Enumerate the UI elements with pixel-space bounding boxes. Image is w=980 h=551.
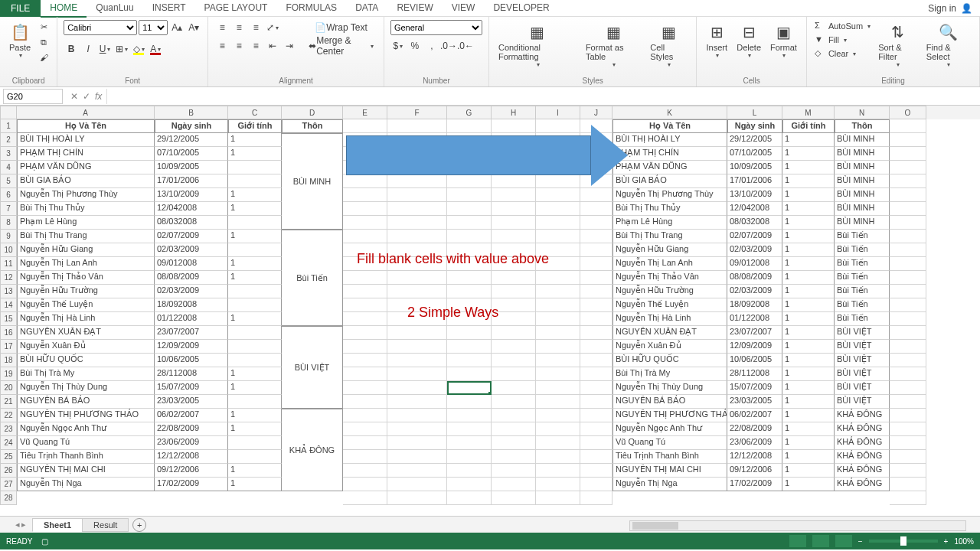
- cell[interactable]: Bùi Tiến: [835, 230, 890, 243]
- cell[interactable]: 1: [782, 174, 835, 188]
- cell[interactable]: [447, 464, 492, 478]
- cell[interactable]: 1: [228, 147, 282, 161]
- comma-format-button[interactable]: ,: [424, 38, 439, 54]
- tab-insert[interactable]: INSERT: [143, 0, 195, 18]
- cell[interactable]: PHẠM THỊ CHÍN: [612, 147, 727, 161]
- cell[interactable]: 1: [782, 326, 835, 340]
- row-header-11[interactable]: 11: [0, 257, 17, 271]
- col-header-N[interactable]: N: [835, 106, 890, 119]
- cell[interactable]: [492, 202, 536, 216]
- cell[interactable]: [447, 409, 492, 422]
- cell[interactable]: [536, 409, 580, 422]
- cell[interactable]: 06/02/2007: [155, 409, 228, 422]
- clear-button[interactable]: ◇Clear▾: [813, 47, 872, 60]
- cell[interactable]: 02/03/2009: [727, 285, 782, 298]
- align-right-button[interactable]: ≡: [248, 38, 263, 54]
- cell[interactable]: [492, 478, 536, 491]
- cell[interactable]: [492, 422, 536, 436]
- cell[interactable]: [580, 464, 612, 478]
- cell[interactable]: [447, 188, 492, 202]
- cell[interactable]: [447, 395, 492, 409]
- cell[interactable]: [387, 174, 447, 188]
- number-format-select[interactable]: General: [390, 20, 482, 35]
- cell[interactable]: [536, 230, 580, 243]
- cell[interactable]: Thôn: [282, 119, 343, 133]
- cell[interactable]: 1: [228, 478, 282, 491]
- row-header-25[interactable]: 25: [0, 450, 17, 464]
- cell[interactable]: 15/07/2009: [727, 381, 782, 395]
- row-header-13[interactable]: 13: [0, 285, 17, 298]
- cell[interactable]: BÙI VIỆT: [835, 395, 890, 409]
- cell[interactable]: [228, 285, 282, 298]
- cell[interactable]: Giới tính: [228, 119, 282, 133]
- cell[interactable]: KHẢ ĐÔNG: [835, 436, 890, 450]
- copy-button[interactable]: ⧉: [37, 35, 51, 49]
- cell[interactable]: [343, 354, 387, 367]
- cell[interactable]: [536, 285, 580, 298]
- increase-decimal-button[interactable]: .0→: [441, 38, 456, 54]
- cell[interactable]: [343, 395, 387, 409]
- cell[interactable]: NGUYỄN THỊ MAI CHI: [612, 464, 727, 478]
- row-header-18[interactable]: 18: [0, 354, 17, 367]
- cell[interactable]: 09/012008: [727, 257, 782, 271]
- cell[interactable]: 08/08/2009: [727, 271, 782, 285]
- cell[interactable]: [580, 422, 612, 436]
- cell[interactable]: 1: [782, 147, 835, 161]
- cell[interactable]: [343, 188, 387, 202]
- cell[interactable]: 09/012008: [155, 257, 228, 271]
- cell[interactable]: 1: [782, 422, 835, 436]
- cell[interactable]: 1: [782, 285, 835, 298]
- cell[interactable]: KHẢ ĐÔNG: [835, 464, 890, 478]
- cell[interactable]: [343, 119, 387, 133]
- cell[interactable]: 08/032008: [727, 216, 782, 230]
- cell[interactable]: [580, 312, 612, 326]
- cell[interactable]: 18/092008: [155, 298, 228, 312]
- cell[interactable]: BÙI MINH: [835, 216, 890, 230]
- cell[interactable]: 1: [782, 436, 835, 450]
- col-header-K[interactable]: K: [612, 106, 727, 119]
- cell[interactable]: Nguyễn Thị Thảo Vân: [17, 271, 155, 285]
- row-header-16[interactable]: 16: [0, 326, 17, 340]
- cell[interactable]: [343, 464, 387, 478]
- cell[interactable]: [536, 464, 580, 478]
- row-header-17[interactable]: 17: [0, 340, 17, 354]
- cell[interactable]: [343, 312, 387, 326]
- cell[interactable]: 1: [782, 354, 835, 367]
- cell[interactable]: 08/032008: [155, 216, 228, 230]
- row-header-6[interactable]: 6: [0, 188, 17, 202]
- cell[interactable]: 12/12/2008: [155, 450, 228, 464]
- row-header-24[interactable]: 24: [0, 436, 17, 450]
- cell[interactable]: [387, 381, 447, 395]
- cell[interactable]: [890, 271, 926, 285]
- cell[interactable]: 23/06/2009: [727, 436, 782, 450]
- cell[interactable]: BÙI MINH: [835, 161, 890, 174]
- fx-icon[interactable]: fx: [95, 91, 102, 102]
- cell[interactable]: [343, 340, 387, 354]
- cell[interactable]: [536, 216, 580, 230]
- cell[interactable]: [447, 271, 492, 285]
- font-color-button[interactable]: A▾: [148, 41, 163, 57]
- cell[interactable]: Phạm Lê Hùng: [612, 216, 727, 230]
- cell[interactable]: [890, 326, 926, 340]
- cell[interactable]: [343, 422, 387, 436]
- tab-view[interactable]: VIEW: [443, 0, 485, 18]
- tab-pagelayout[interactable]: PAGE LAYOUT: [195, 0, 277, 18]
- row-header-9[interactable]: 9: [0, 230, 17, 243]
- row-header-12[interactable]: 12: [0, 271, 17, 285]
- cell[interactable]: Nguyễn Thị Phương Thùy: [17, 188, 155, 202]
- cell[interactable]: Nguyễn Thị Thảo Vân: [612, 271, 727, 285]
- cell[interactable]: 1: [782, 271, 835, 285]
- cell[interactable]: Vũ Quang Tú: [17, 436, 155, 450]
- cell[interactable]: Nguyễn Thế Luyện: [17, 298, 155, 312]
- name-box[interactable]: [3, 89, 63, 104]
- cell[interactable]: [343, 409, 387, 422]
- cell[interactable]: 13/10/2009: [155, 188, 228, 202]
- align-top-button[interactable]: ≡: [214, 20, 230, 35]
- row-header-15[interactable]: 15: [0, 312, 17, 326]
- cell[interactable]: [890, 243, 926, 257]
- cell[interactable]: [492, 354, 536, 367]
- row-header-23[interactable]: 23: [0, 422, 17, 436]
- cell[interactable]: [536, 381, 580, 395]
- fill-button[interactable]: ▼Fill▾: [813, 34, 872, 46]
- cell[interactable]: [387, 367, 447, 381]
